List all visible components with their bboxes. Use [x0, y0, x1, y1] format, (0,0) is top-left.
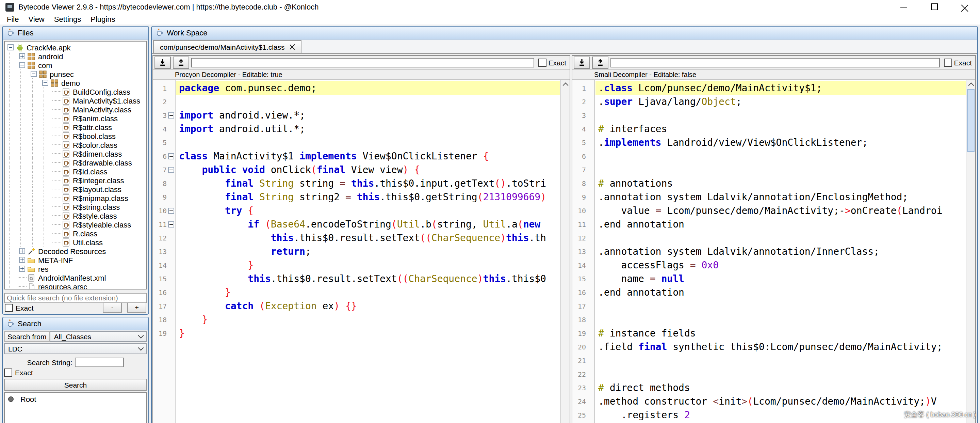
class-icon: [62, 96, 71, 105]
watermark: 安全客 ( bobao.360.cn ): [904, 410, 976, 420]
procyon-code[interactable]: package com.punsec.demo;import android.v…: [176, 80, 570, 423]
restore-button[interactable]: [919, 0, 950, 14]
menu-view[interactable]: View: [24, 14, 49, 24]
font-increase-button[interactable]: +: [127, 302, 146, 313]
menu-plugins[interactable]: Plugins: [86, 14, 120, 24]
fold-collapse-icon[interactable]: [168, 166, 174, 173]
fold-collapse-icon[interactable]: [168, 112, 174, 118]
tree-item-mainactivity-class[interactable]: MainActivity.class: [6, 105, 146, 114]
line-number: 21: [572, 357, 586, 364]
tree-item-mainactivity-1-class[interactable]: MainActivity$1.class: [6, 96, 146, 105]
tree-item-punsec[interactable]: punsec: [6, 69, 146, 78]
class-icon: [62, 176, 71, 184]
tree-item-util-class[interactable]: Util.class: [6, 238, 146, 247]
package-icon: [27, 61, 36, 69]
chevron-down-icon: [138, 333, 144, 338]
tree-item-android[interactable]: android: [6, 52, 146, 61]
scroll-thumb[interactable]: [967, 89, 975, 152]
smali-scrollbar[interactable]: [966, 80, 975, 423]
search-string-input[interactable]: [75, 358, 124, 367]
tree-item-r-anim-class[interactable]: R$anim.class: [6, 114, 146, 123]
tree-item-decoded-resources[interactable]: Decoded Resources: [6, 247, 146, 255]
expand-plus-icon[interactable]: [19, 257, 25, 263]
menu-settings[interactable]: Settings: [49, 14, 86, 24]
tree-item-r-color-class[interactable]: R$color.class: [6, 140, 146, 149]
smali-code[interactable]: .class Lcom/punsec/demo/MainActivity$1;.…: [595, 80, 975, 423]
tab-mainactivity1-class[interactable]: com/punsec/demo/MainActivity$1.class: [153, 40, 302, 53]
collapse-minus-icon[interactable]: [30, 71, 37, 77]
smali-search-field[interactable]: [611, 58, 940, 67]
fold-collapse-icon[interactable]: [168, 221, 174, 227]
tree-item-meta-inf[interactable]: META-INF: [6, 255, 146, 264]
fold-collapse-icon[interactable]: [168, 208, 174, 214]
search-button[interactable]: Search: [4, 379, 147, 391]
tree-item-label: R$string.class: [73, 203, 120, 211]
smali-exact-checkbox[interactable]: [943, 59, 952, 67]
code-line: value = Lcom/punsec/demo/MainActivity;->…: [595, 204, 975, 217]
search-exact-checkbox[interactable]: [4, 369, 12, 377]
tree-item-r-dimen-class[interactable]: R$dimen.class: [6, 149, 146, 158]
line-number: 13: [572, 247, 586, 255]
search-results[interactable]: Root: [4, 392, 147, 423]
tree-item-r-string-class[interactable]: R$string.class: [6, 202, 146, 211]
tree-item-r-integer-class[interactable]: R$integer.class: [6, 176, 146, 185]
tree-item-crackme-apk[interactable]: CrackMe.apk: [6, 43, 146, 52]
quick-file-search: [4, 291, 147, 301]
code-line: }: [176, 326, 570, 340]
close-icon: [961, 3, 969, 11]
tree-item-r-bool-class[interactable]: R$bool.class: [6, 131, 146, 140]
close-button[interactable]: [950, 0, 980, 14]
procyon-exact-checkbox[interactable]: [538, 59, 546, 67]
tree-item-r-attr-class[interactable]: R$attr.class: [6, 123, 146, 131]
tree-item-demo[interactable]: demo: [6, 78, 146, 87]
tree-item-r-layout-class[interactable]: R$layout.class: [6, 185, 146, 193]
scroll-up-button[interactable]: [561, 80, 570, 89]
tree-item-r-style-class[interactable]: R$style.class: [6, 211, 146, 220]
workspace-panel: Work Space com/punsec/demo/MainActivity$…: [151, 26, 978, 423]
procyon-scrollbar[interactable]: [560, 80, 570, 423]
files-tree[interactable]: CrackMe.apkandroidcompunsecdemoBuildConf…: [4, 41, 147, 289]
gutter-line: 15: [153, 272, 175, 286]
tab-close-icon[interactable]: [290, 44, 295, 50]
collapse-minus-icon[interactable]: [8, 44, 14, 50]
search-type-row: LDC: [4, 343, 147, 354]
upload-button[interactable]: [173, 56, 189, 69]
code-line: return;: [176, 244, 570, 258]
gutter-line: 1: [572, 81, 594, 95]
search-result-root[interactable]: Root: [6, 394, 145, 403]
font-decrease-button[interactable]: -: [103, 302, 122, 313]
collapse-minus-icon[interactable]: [42, 80, 48, 86]
class-icon: [62, 158, 71, 166]
line-number: 14: [153, 261, 167, 269]
fold-collapse-icon[interactable]: [168, 153, 174, 159]
files-exact-checkbox[interactable]: [5, 303, 13, 311]
tree-item-r-styleable-class[interactable]: R$styleable.class: [6, 220, 146, 229]
search-type-select[interactable]: LDC: [4, 343, 147, 354]
tree-item-r-mipmap-class[interactable]: R$mipmap.class: [6, 193, 146, 202]
tree-item-r-drawable-class[interactable]: R$drawable.class: [6, 158, 146, 167]
class-icon: [62, 123, 71, 131]
tree-item-r-id-class[interactable]: R$id.class: [6, 167, 146, 176]
line-number: 9: [572, 193, 586, 201]
download-button[interactable]: [154, 56, 171, 69]
minimize-button[interactable]: [888, 0, 919, 14]
tree-item-com[interactable]: com: [6, 61, 146, 69]
procyon-search-field[interactable]: [191, 58, 534, 67]
procyon-code-area[interactable]: 12345678910111213141516171819 package co…: [153, 80, 570, 423]
tree-item-buildconfig-class[interactable]: BuildConfig.class: [6, 87, 146, 96]
scroll-up-button[interactable]: [966, 80, 975, 89]
tree-item-resources-arsc[interactable]: resources.arsc: [6, 282, 146, 289]
expand-plus-icon[interactable]: [19, 266, 25, 272]
tree-item-r-class[interactable]: R.class: [6, 229, 146, 238]
download-button[interactable]: [574, 56, 590, 69]
expand-plus-icon[interactable]: [19, 53, 25, 59]
upload-button[interactable]: [592, 56, 608, 69]
menu-file[interactable]: File: [2, 14, 24, 24]
expand-plus-icon[interactable]: [19, 248, 25, 254]
search-scope-select[interactable]: All_Classes: [50, 331, 147, 342]
smali-code-area[interactable]: 1234567891011121314151617181920212223242…: [572, 80, 975, 423]
tree-item-res[interactable]: res: [6, 264, 146, 273]
class-icon: [62, 220, 71, 228]
tree-item-androidmanifest-xml[interactable]: AndroidManifest.xml: [6, 273, 146, 282]
collapse-minus-icon[interactable]: [19, 62, 25, 68]
